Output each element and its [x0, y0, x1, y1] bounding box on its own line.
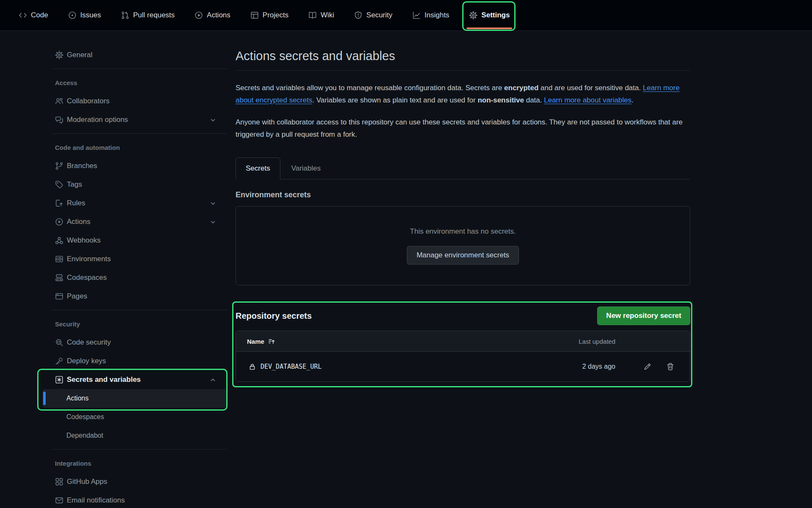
- environment-secrets-heading: Environment secrets: [236, 190, 690, 199]
- tab-issues[interactable]: Issues: [68, 0, 101, 30]
- intro-text: data.: [524, 96, 544, 104]
- sidebar-section-security: Security: [42, 315, 227, 333]
- sidebar-item-environments[interactable]: Environments: [42, 250, 227, 268]
- delete-trash-icon[interactable]: [666, 362, 675, 371]
- gear-icon: [469, 11, 477, 19]
- sidebar-subitem-label: Codespaces: [66, 413, 104, 421]
- sidebar-item-secrets-and-variables[interactable]: Secrets and variables: [42, 370, 227, 389]
- tab-pull-requests[interactable]: Pull requests: [121, 0, 175, 30]
- sidebar-section-code-and-automation: Code and automation: [42, 138, 227, 157]
- sidebar-item-tags[interactable]: Tags: [42, 175, 227, 194]
- link-variables[interactable]: Learn more about variables: [544, 96, 631, 104]
- sidebar-item-email-notifications[interactable]: Email notifications: [42, 491, 227, 508]
- sidebar-item-label: Collaborators: [67, 97, 110, 105]
- sidebar-subitem-actions[interactable]: Actions: [42, 389, 227, 408]
- tab-code[interactable]: Code: [19, 0, 48, 30]
- tab-projects[interactable]: Projects: [250, 0, 288, 30]
- sidebar-subitem-codespaces[interactable]: Codespaces: [42, 408, 227, 426]
- sidebar-item-branches[interactable]: Branches: [42, 157, 227, 175]
- secret-name: DEV_DATABASE_URL: [261, 363, 322, 370]
- intro-bold-non-sensitive: non-sensitive: [477, 96, 524, 104]
- browser-icon: [55, 292, 63, 301]
- sidebar-item-pages[interactable]: Pages: [42, 287, 227, 306]
- sidebar-item-label: Moderation options: [67, 116, 128, 124]
- repository-secrets-section: Repository secrets New repository secret…: [236, 306, 690, 382]
- sidebar-item-actions[interactable]: Actions: [42, 213, 227, 231]
- tab-issues-label: Issues: [80, 11, 101, 19]
- sidebar-item-label: Environments: [67, 255, 111, 263]
- main-content: Actions secrets and variables Secrets an…: [236, 30, 690, 382]
- tab-secrets[interactable]: Secrets: [236, 157, 280, 179]
- sidebar-subitem-dependabot[interactable]: Dependabot: [42, 426, 227, 445]
- tab-settings[interactable]: Settings: [469, 0, 510, 30]
- active-tab-underline: [466, 28, 512, 29]
- tab-wiki-label: Wiki: [321, 11, 334, 19]
- intro-text: .: [631, 96, 634, 104]
- git-pull-request-icon: [121, 11, 129, 19]
- tab-actions[interactable]: Actions: [195, 0, 230, 30]
- new-repository-secret-button[interactable]: New repository secret: [597, 306, 690, 325]
- github-settings-page: Code Issues Pull requests Actions Projec…: [0, 0, 812, 508]
- sidebar-item-deploy-keys[interactable]: Deploy keys: [42, 352, 227, 370]
- intro-paragraph: Secrets and variables allow you to manag…: [236, 82, 690, 106]
- book-icon: [308, 11, 317, 19]
- divider: [52, 310, 227, 310]
- sidebar-item-webhooks[interactable]: Webhooks: [42, 231, 227, 250]
- environment-empty-text: This environment has no secrets.: [410, 227, 516, 236]
- tab-security[interactable]: Security: [354, 0, 392, 30]
- mail-icon: [55, 496, 63, 505]
- sidebar-section-access: Access: [42, 73, 227, 92]
- last-updated-cell: 2 days ago: [565, 363, 615, 370]
- play-circle-icon: [195, 11, 203, 19]
- server-icon: [55, 255, 63, 263]
- tab-actions-label: Actions: [207, 11, 230, 19]
- comment-discussion-icon: [55, 116, 63, 124]
- tab-insights[interactable]: Insights: [412, 0, 450, 30]
- sidebar-item-collaborators[interactable]: Collaborators: [42, 92, 227, 110]
- sidebar-item-rules[interactable]: Rules: [42, 194, 227, 213]
- sidebar-item-label: Webhooks: [67, 236, 101, 245]
- repository-secrets-heading: Repository secrets: [236, 311, 312, 321]
- settings-sidebar: General Access Collaborators Moderation …: [42, 46, 227, 508]
- sidebar-item-label: Actions: [67, 218, 91, 226]
- tab-code-label: Code: [31, 11, 48, 19]
- sidebar-item-label: Deploy keys: [67, 357, 106, 365]
- shield-icon: [354, 11, 362, 19]
- repository-secrets-header: Repository secrets New repository secret: [236, 306, 690, 325]
- sidebar-item-label: Codespaces: [67, 273, 107, 282]
- column-header-name[interactable]: Name: [247, 338, 565, 345]
- chevron-down-icon: [209, 200, 217, 207]
- sidebar-subitem-label: Actions: [66, 395, 88, 402]
- tab-wiki[interactable]: Wiki: [308, 0, 334, 30]
- sidebar-item-moderation-options[interactable]: Moderation options: [42, 110, 227, 129]
- secrets-and-variables-group: Secrets and variables Actions: [42, 370, 227, 408]
- table-header-row: Name Last updated: [236, 331, 690, 352]
- page-title: Actions secrets and variables: [236, 49, 690, 63]
- tab-settings-label: Settings: [481, 11, 510, 19]
- intro-text: and are used for sensitive data.: [538, 84, 643, 92]
- sidebar-item-github-apps[interactable]: GitHub Apps: [42, 472, 227, 491]
- sidebar-item-code-security[interactable]: Code security: [42, 333, 227, 352]
- row-actions: [615, 362, 677, 371]
- git-branch-icon: [55, 162, 63, 170]
- rules-icon: [55, 199, 63, 207]
- column-name-label: Name: [247, 338, 264, 345]
- people-icon: [55, 97, 63, 105]
- sidebar-item-general[interactable]: General: [42, 46, 227, 64]
- repo-tab-bar: Code Issues Pull requests Actions Projec…: [0, 0, 812, 31]
- codespaces-icon: [55, 273, 63, 282]
- edit-pencil-icon[interactable]: [643, 362, 652, 371]
- sidebar-subitem-label: Dependabot: [66, 432, 103, 439]
- graph-icon: [412, 11, 421, 19]
- intro-text: . Variables are shown as plain text and …: [312, 96, 477, 104]
- manage-environment-secrets-button[interactable]: Manage environment secrets: [407, 246, 519, 265]
- sidebar-item-codespaces[interactable]: Codespaces: [42, 268, 227, 287]
- tab-projects-label: Projects: [263, 11, 288, 19]
- tab-variables[interactable]: Variables: [280, 158, 332, 179]
- sidebar-item-label: Rules: [67, 199, 85, 207]
- divider: [236, 70, 690, 71]
- divider: [52, 69, 227, 69]
- sidebar-item-label: Tags: [67, 180, 82, 189]
- environment-secrets-box: This environment has no secrets. Manage …: [236, 206, 690, 285]
- divider: [52, 133, 227, 134]
